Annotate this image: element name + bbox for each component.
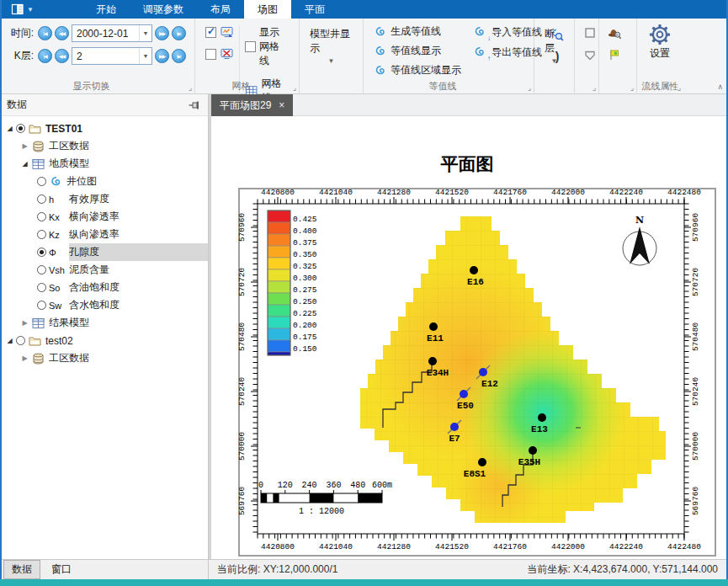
rectangle-tool-button[interactable]: [582, 25, 598, 40]
tree-item-perm-x[interactable]: Kx 横向渗透率: [0, 208, 208, 226]
collapse-arrow-icon[interactable]: ▶: [19, 319, 31, 327]
dialog-launcher-icon[interactable]: ⌟: [592, 84, 596, 92]
dialog-launcher-icon[interactable]: ⌟: [678, 84, 681, 92]
tree-item-shale-content[interactable]: Vsh 泥质含量: [0, 261, 208, 279]
tree-item-label: 泥质含量: [69, 263, 109, 277]
panel-tab-window[interactable]: 窗口: [43, 560, 80, 579]
klayer-prev-button[interactable]: ◀◀: [55, 49, 69, 63]
export-contour-button[interactable]: ↑ 导出等值线: [470, 44, 544, 61]
document-tab[interactable]: 平面场图29 ×: [211, 94, 293, 116]
dialog-launcher-icon[interactable]: ⌟: [528, 84, 531, 92]
svg-text:0.275: 0.275: [293, 285, 317, 295]
collapse-arrow-icon[interactable]: ▶: [19, 354, 31, 362]
tree-item-workzone-data[interactable]: ▶ 工区数据: [0, 137, 208, 155]
tree-item-geomodel[interactable]: ◢ 地质模型: [0, 155, 208, 173]
dialog-launcher-icon[interactable]: ⌟: [630, 84, 634, 92]
pin-icon[interactable]: [188, 99, 201, 112]
tree-item-workzone-data-2[interactable]: ▶ 工区数据: [0, 349, 208, 367]
data-panel: 数据 ◢ TEST01 ▶ 工区数据 ◢ 地质模型 井位图 h 有效厚度: [0, 94, 209, 559]
svg-text:4420800: 4420800: [261, 542, 295, 551]
tab-start[interactable]: 开始: [82, 0, 130, 19]
tab-layout[interactable]: 布局: [197, 0, 244, 19]
display-graphic-checkbox[interactable]: [205, 27, 216, 38]
monitor-x-icon[interactable]: [220, 47, 234, 61]
import-contour-button[interactable]: ↓ 导入等值线: [470, 24, 544, 40]
ribbon-collapse-icon[interactable]: ∧: [717, 83, 723, 91]
expand-arrow-icon[interactable]: ◢: [3, 337, 16, 344]
group-label-contour: 等值线: [364, 80, 522, 93]
dialog-launcher-icon[interactable]: ⌟: [293, 84, 296, 92]
svg-text:0.400: 0.400: [293, 226, 317, 236]
svg-text:0.250: 0.250: [293, 297, 317, 306]
plan-view-map[interactable]: 平面图 N 4420800442080044210404421040442128…: [211, 116, 728, 559]
hide-graphic-checkbox[interactable]: [205, 49, 216, 60]
radio-icon[interactable]: [37, 301, 46, 310]
chevron-down-icon[interactable]: ▼: [139, 48, 151, 64]
dialog-launcher-icon[interactable]: ⌟: [189, 84, 192, 92]
klayer-last-button[interactable]: ▶|: [172, 49, 186, 63]
panel-tab-data[interactable]: 数据: [3, 560, 40, 579]
tree-item-net-thickness[interactable]: h 有效厚度: [0, 190, 208, 208]
generate-contour-button[interactable]: 生成等值线: [372, 24, 463, 40]
close-icon[interactable]: ×: [279, 99, 284, 111]
contour-display-button[interactable]: 等值线显示: [372, 43, 463, 59]
tree-item-test02[interactable]: ◢ test02: [0, 332, 208, 349]
well-inspect-button[interactable]: [606, 25, 623, 40]
klayer-value: 2: [72, 51, 139, 62]
expand-arrow-icon[interactable]: ◢: [19, 160, 31, 168]
radio-icon[interactable]: [37, 177, 46, 186]
radio-icon[interactable]: [37, 194, 46, 204]
klayer-first-button[interactable]: |◀: [38, 49, 52, 63]
show-gridlines-checkbox[interactable]: [245, 41, 256, 52]
svg-text:0.225: 0.225: [293, 309, 317, 318]
radio-icon[interactable]: [16, 336, 25, 345]
radio-icon[interactable]: [16, 124, 25, 133]
polygon-tool-button[interactable]: [582, 47, 598, 62]
radio-icon[interactable]: [37, 265, 46, 274]
radio-icon[interactable]: [37, 283, 46, 292]
app-menu-button[interactable]: ▼: [0, 0, 42, 19]
radio-icon[interactable]: [37, 212, 46, 221]
time-next-button[interactable]: ▶▶: [155, 26, 169, 40]
property-symbol: So: [49, 283, 69, 293]
tab-field-map[interactable]: 场图: [244, 0, 291, 19]
tree-item-test01[interactable]: ◢ TEST01: [0, 120, 208, 137]
klayer-select[interactable]: 2 ▼: [72, 47, 152, 65]
time-last-button[interactable]: ▶|: [172, 26, 186, 40]
group-model-well: 模型井显示 ▼: [300, 19, 364, 93]
tree-item-oil-saturation[interactable]: So 含油饱和度: [0, 279, 208, 296]
tree-item-porosity[interactable]: Φ 孔隙度: [0, 243, 208, 261]
svg-text:570960: 570960: [691, 213, 700, 242]
model-well-display-button[interactable]: 模型井显示 ▼: [305, 22, 358, 70]
expand-arrow-icon[interactable]: ◢: [3, 125, 16, 132]
map-canvas[interactable]: 平面图 N 4420800442080044210404421040442128…: [211, 116, 728, 559]
tab-flooding-params[interactable]: 调驱参数: [130, 0, 197, 19]
radio-icon[interactable]: [37, 248, 46, 257]
chevron-down-icon[interactable]: ▼: [139, 25, 151, 41]
flag-marker-button[interactable]: [606, 47, 623, 62]
time-first-button[interactable]: |◀: [38, 26, 52, 40]
tree-item-label: 含水饱和度: [69, 298, 120, 312]
tree-item-perm-z[interactable]: Kz 纵向渗透率: [0, 226, 208, 243]
klayer-next-button[interactable]: ▶▶: [155, 49, 169, 63]
svg-text:4422000: 4422000: [551, 542, 585, 551]
tree-item-result-model[interactable]: ▶ 结果模型: [0, 314, 208, 332]
monitor-icon[interactable]: [220, 25, 234, 39]
tree-item-well-location-map[interactable]: 井位图: [0, 173, 208, 190]
settings-button[interactable]: 设置: [642, 22, 678, 62]
svg-text:4422480: 4422480: [667, 188, 701, 197]
radio-icon[interactable]: [37, 230, 46, 239]
svg-text:0.375: 0.375: [293, 238, 317, 248]
svg-text:0.325: 0.325: [293, 262, 317, 271]
fault-button[interactable]: 断层 ▼: [539, 22, 569, 70]
time-select[interactable]: 2000-12-01 ▼: [72, 24, 152, 42]
contour-region-display-button[interactable]: 等值线区域显示: [372, 62, 463, 78]
tree-item-water-saturation[interactable]: Sw 含水饱和度: [0, 296, 208, 314]
time-prev-button[interactable]: ◀◀: [55, 26, 69, 40]
document-tab-label: 平面场图29: [220, 99, 271, 113]
tab-plane[interactable]: 平面: [291, 0, 338, 19]
collapse-arrow-icon[interactable]: ▶: [19, 142, 31, 150]
property-symbol: Kz: [49, 230, 69, 240]
svg-text:4421280: 4421280: [377, 542, 411, 551]
north-arrow: N: [623, 215, 656, 265]
